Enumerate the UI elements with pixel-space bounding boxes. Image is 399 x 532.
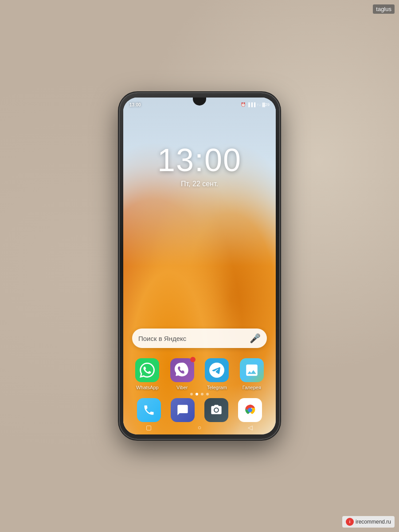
wifi-icon: ↑↓ [257,102,261,107]
viber-icon[interactable] [170,358,194,382]
nav-back-button[interactable]: ◁ [245,422,256,433]
dock-chrome-icon[interactable] [238,398,262,422]
wallpaper-time: 13:00 [123,142,276,178]
recommend-text: irecommend.ru [356,519,391,525]
status-time: 13:00 [129,102,141,107]
wallpaper-date: Пт, 22 сент. [123,180,276,188]
alarm-icon: ⏰ [241,102,246,107]
gallery-icon[interactable] [240,358,264,382]
whatsapp-label: WhatsApp [136,385,159,390]
dock [123,398,276,422]
phone-screen: 13:00 ⏰ ▐▐▐ ↑↓ ▓29 13:00 Пт, 22 сент. По… [123,98,276,434]
nav-recents-button[interactable]: ▢ [143,422,154,433]
signal-icon: ▐▐▐ [247,102,255,107]
nav-home-button[interactable]: ○ [194,422,205,433]
dock-messages-icon[interactable] [171,398,195,422]
app-item-gallery[interactable]: Галерея [236,358,267,390]
search-placeholder: Поиск в Яндекс [138,335,250,342]
page-dots [123,393,276,395]
dock-phone-icon[interactable] [137,398,161,422]
watermark-top: taglus [373,4,395,14]
viber-label: Viber [176,385,188,390]
page-dot-1 [190,393,193,395]
dock-camera-icon[interactable] [204,398,228,422]
battery-icon: ▓29 [262,102,270,107]
wallpaper-clock: 13:00 Пт, 22 сент. [123,142,276,188]
viber-notification-dot [190,357,196,362]
page-dot-4 [206,393,209,395]
search-bar[interactable]: Поиск в Яндекс 🎤 [132,329,267,348]
app-item-whatsapp[interactable]: WhatsApp [132,358,163,390]
whatsapp-icon[interactable] [135,358,159,382]
page-dot-2-active [196,393,198,395]
status-icons: ⏰ ▐▐▐ ↑↓ ▓29 [241,102,270,107]
mic-icon[interactable]: 🎤 [250,333,261,344]
recommend-logo-icon: i [346,518,354,526]
telegram-label: Telegram [207,385,227,390]
app-item-viber[interactable]: Viber [167,358,198,390]
phone-shell: 13:00 ⏰ ▐▐▐ ↑↓ ▓29 13:00 Пт, 22 сент. По… [120,93,279,439]
telegram-icon[interactable] [205,358,229,382]
apps-grid: WhatsApp Viber Telegram [123,358,276,390]
gallery-label: Галерея [243,385,261,390]
page-dot-3 [201,393,203,395]
app-item-telegram[interactable]: Telegram [201,358,232,390]
watermark-bottom: i irecommend.ru [342,516,395,528]
nav-bar: ▢ ○ ◁ [123,422,276,433]
svg-point-2 [248,408,252,412]
